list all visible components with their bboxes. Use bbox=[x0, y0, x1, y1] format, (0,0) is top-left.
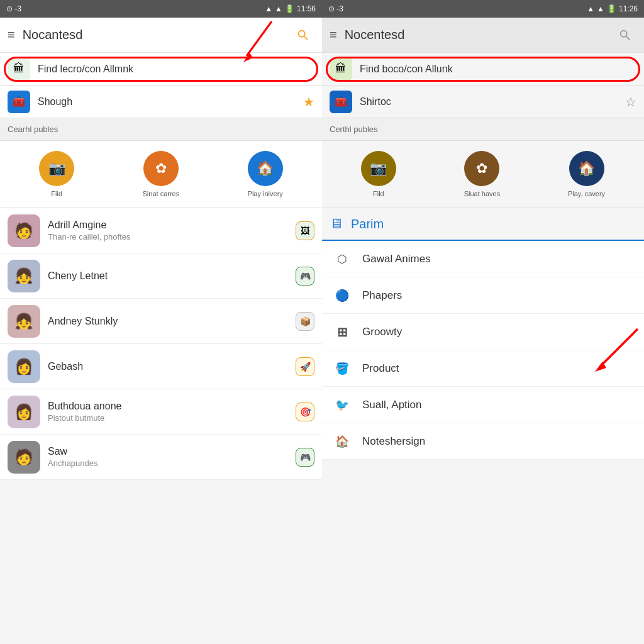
item-title-1: Cheny Letnet bbox=[48, 270, 288, 282]
item-title-2: Andney Stunkly bbox=[48, 316, 288, 327]
left-battery-icon: 🔋 bbox=[285, 4, 294, 13]
left-quick-circle-2: 🏠 bbox=[248, 151, 283, 186]
left-status-left: ⊙ -3 bbox=[6, 4, 21, 13]
right-app-title: Nocentesd bbox=[345, 28, 606, 42]
right-secondary-text: Shirtoc bbox=[360, 96, 618, 108]
right-menu-header-text: Parim bbox=[351, 217, 384, 231]
right-quick-circle-2: 🏠 bbox=[569, 151, 604, 186]
right-top-bar: ≡ Nocentesd bbox=[322, 18, 644, 53]
right-battery-icon: 🔋 bbox=[607, 4, 616, 13]
right-status-signal: ⊙ -3 bbox=[328, 4, 343, 13]
right-search-button[interactable] bbox=[614, 24, 636, 47]
menu-label-1: Phapers bbox=[362, 289, 402, 302]
left-section-label: Cearhl publes bbox=[8, 125, 58, 134]
avatar-1: 👧 bbox=[8, 260, 40, 292]
right-find-text: Find boco/con Allunk bbox=[360, 64, 453, 75]
left-panel: ⊙ -3 ▲ ▲ 🔋 11:56 ≡ Nocantesd 🏛 Find lecr… bbox=[0, 0, 322, 644]
right-status-left: ⊙ -3 bbox=[328, 4, 343, 13]
left-wifi-icon: ▲ bbox=[265, 4, 272, 13]
menu-item-3[interactable]: 🪣 Product bbox=[322, 350, 644, 387]
menu-item-2[interactable]: ⊞ Groowty bbox=[322, 314, 644, 350]
right-menu-header-icon: 🖥 bbox=[330, 216, 343, 232]
item-info-2: Andney Stunkly bbox=[48, 316, 288, 327]
list-item[interactable]: 👧 Cheny Letnet 🎮 bbox=[0, 253, 322, 299]
left-status-signal: ⊙ -3 bbox=[6, 4, 21, 13]
right-menu-list: ⬡ Gawal Animes 🔵 Phapers ⊞ Groowty 🪣 Pro… bbox=[322, 241, 644, 460]
item-info-3: Gebash bbox=[48, 361, 288, 372]
right-signal-icon: ▲ bbox=[597, 4, 604, 13]
right-section-label: Certhl publes bbox=[330, 125, 378, 134]
right-secondary-icon: 🧰 bbox=[330, 91, 352, 113]
right-quick-circle-1: ✿ bbox=[464, 151, 499, 186]
item-subtitle-5: Anchapundes bbox=[48, 458, 288, 468]
avatar-2: 👧 bbox=[8, 305, 40, 338]
left-quick-btn-1[interactable]: ✿ Sinat carres bbox=[143, 151, 180, 197]
right-quick-btn-0[interactable]: 📷 Fild bbox=[361, 151, 396, 197]
left-status-bar: ⊙ -3 ▲ ▲ 🔋 11:56 bbox=[0, 0, 322, 18]
item-info-5: Saw Anchapundes bbox=[48, 446, 288, 468]
left-quick-circle-0: 📷 bbox=[39, 151, 74, 186]
list-item[interactable]: 👩 Buthdoua anone Pistout butmute 🎯 bbox=[0, 389, 322, 435]
item-info-0: Adrill Amgine Than-re caillel, phoftes bbox=[48, 219, 288, 242]
left-secondary-icon: 🧰 bbox=[8, 91, 30, 113]
menu-item-0[interactable]: ⬡ Gawal Animes bbox=[322, 241, 644, 277]
avatar-3: 👩 bbox=[8, 350, 40, 383]
left-quick-circle-1: ✿ bbox=[143, 151, 179, 186]
item-badge-0: 🖼 bbox=[296, 221, 314, 240]
menu-item-1[interactable]: 🔵 Phapers bbox=[322, 277, 644, 314]
list-item[interactable]: 👩 Gebash 🚀 bbox=[0, 344, 322, 389]
right-quick-access: 📷 Fild ✿ Sluat haves 🏠 Play, cavery bbox=[322, 141, 644, 208]
menu-item-4[interactable]: 🐦 Suall, Aption bbox=[322, 387, 644, 423]
right-status-right: ▲ ▲ 🔋 11:26 bbox=[587, 4, 638, 13]
avatar-5: 🧑 bbox=[8, 441, 40, 474]
left-quick-label-2: Play inlvery bbox=[248, 190, 283, 197]
right-menu-header: 🖥 Parim bbox=[322, 208, 644, 241]
right-quick-label-0: Fild bbox=[373, 190, 384, 197]
right-quick-btn-2[interactable]: 🏠 Play, cavery bbox=[568, 151, 605, 197]
left-quick-btn-2[interactable]: 🏠 Play inlvery bbox=[248, 151, 283, 197]
list-item[interactable]: 🧑 Adrill Amgine Than-re caillel, phoftes… bbox=[0, 208, 322, 253]
left-secondary-text: Shough bbox=[38, 96, 296, 108]
left-top-bar: ≡ Nocantesd bbox=[0, 18, 322, 53]
left-find-icon: 🏛 bbox=[8, 58, 30, 80]
item-title-4: Buthdoua anone bbox=[48, 401, 288, 412]
left-secondary-row[interactable]: 🧰 Shough ★ bbox=[0, 86, 322, 118]
item-badge-4: 🎯 bbox=[296, 402, 314, 421]
right-find-icon: 🏛 bbox=[330, 58, 352, 80]
menu-icon-3: 🪣 bbox=[332, 358, 352, 379]
item-info-4: Buthdoua anone Pistout butmute bbox=[48, 401, 288, 423]
left-app-title: Nocantesd bbox=[23, 28, 284, 42]
left-list: 🧑 Adrill Amgine Than-re caillel, phoftes… bbox=[0, 208, 322, 480]
item-info-1: Cheny Letnet bbox=[48, 270, 288, 282]
menu-item-5[interactable]: 🏠 Noteshersign bbox=[322, 423, 644, 460]
menu-icon-1: 🔵 bbox=[332, 286, 352, 306]
right-status-bar: ⊙ -3 ▲ ▲ 🔋 11:26 bbox=[322, 0, 644, 18]
left-signal-icon: ▲ bbox=[275, 4, 282, 13]
item-badge-2: 📦 bbox=[296, 312, 314, 331]
right-quick-circle-0: 📷 bbox=[361, 151, 396, 186]
left-find-row[interactable]: 🏛 Find lecro/con Allmnk bbox=[0, 53, 322, 86]
menu-label-3: Product bbox=[362, 362, 399, 375]
right-time: 11:26 bbox=[619, 4, 638, 13]
list-item[interactable]: 🧑 Saw Anchapundes 🎮 bbox=[0, 435, 322, 480]
left-quick-btn-0[interactable]: 📷 Fild bbox=[39, 151, 74, 197]
menu-icon-0: ⬡ bbox=[332, 249, 352, 269]
menu-icon-4: 🐦 bbox=[332, 395, 352, 415]
list-item[interactable]: 👧 Andney Stunkly 📦 bbox=[0, 299, 322, 344]
item-badge-1: 🎮 bbox=[296, 267, 314, 286]
left-hamburger-button[interactable]: ≡ bbox=[8, 28, 15, 42]
left-search-button[interactable] bbox=[292, 24, 314, 47]
right-find-row[interactable]: 🏛 Find boco/con Allunk bbox=[322, 53, 644, 86]
item-title-5: Saw bbox=[48, 446, 288, 457]
right-secondary-row[interactable]: 🧰 Shirtoc ☆ bbox=[322, 86, 644, 118]
left-star-icon[interactable]: ★ bbox=[303, 94, 314, 109]
left-quick-label-1: Sinat carres bbox=[143, 190, 180, 197]
left-time: 11:56 bbox=[297, 4, 316, 13]
right-hamburger-button[interactable]: ≡ bbox=[330, 28, 337, 42]
menu-icon-2: ⊞ bbox=[332, 322, 352, 342]
right-quick-btn-1[interactable]: ✿ Sluat haves bbox=[464, 151, 500, 197]
item-title-3: Gebash bbox=[48, 361, 288, 372]
right-wifi-icon: ▲ bbox=[587, 4, 594, 13]
right-star-icon[interactable]: ☆ bbox=[625, 94, 636, 109]
item-subtitle-4: Pistout butmute bbox=[48, 413, 288, 423]
